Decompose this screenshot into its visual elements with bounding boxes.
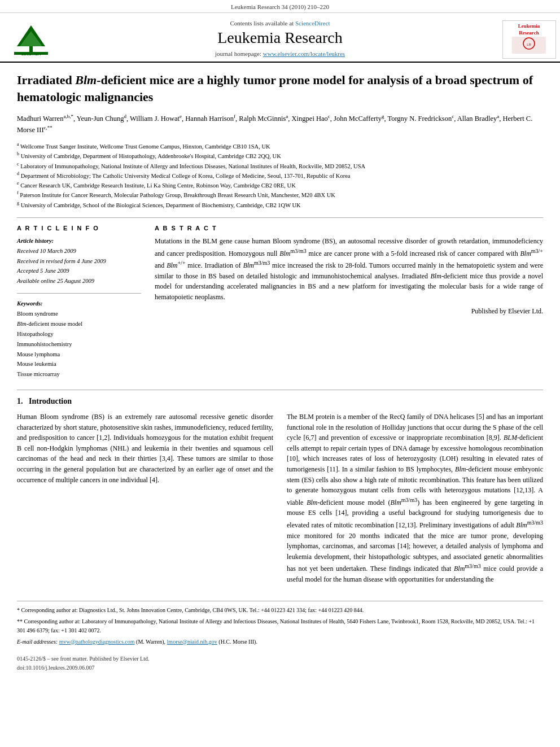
article-info-col: A R T I C L E I N F O Article history: R… xyxy=(17,225,141,379)
email-morse[interactable]: lmorse@niaid.nih.gov xyxy=(167,639,217,645)
elsevier-logo-container: ELSEVIER xyxy=(0,18,62,62)
introduction-section: 1. Introduction Human Bloom syndrome (BS… xyxy=(17,397,543,591)
affiliation-a: a Wellcome Trust Sanger Institute, Wellc… xyxy=(17,141,543,151)
available-online-date: Available online 25 August 2009 xyxy=(17,276,141,286)
abstract-col: A B S T R A C T Mutations in the BLM gen… xyxy=(155,225,543,379)
affiliation-g: g University of Cambridge, School of the… xyxy=(17,200,543,209)
article-info-label: A R T I C L E I N F O xyxy=(17,225,141,231)
abstract-text: Mutations in the BLM gene cause human Bl… xyxy=(155,236,543,303)
issn-line: 0145-2126/$ – see front matter. Publishe… xyxy=(17,654,543,663)
contents-line: Contents lists available at ScienceDirec… xyxy=(230,20,330,27)
affiliation-b: b University of Cambridge, Department of… xyxy=(17,151,543,160)
header-right: LeukemiaResearch LR xyxy=(498,18,560,62)
badge-title: LeukemiaResearch xyxy=(505,23,553,36)
intro-para-1: Human Bloom syndrome (BS) is an extremel… xyxy=(17,412,273,485)
keyword-3: Histopathology xyxy=(17,329,141,339)
keyword-2: Blm-deficient mouse model xyxy=(17,319,141,329)
journal-title: Leukemia Research xyxy=(217,29,343,47)
top-bar: Leukemia Research 34 (2010) 210–220 xyxy=(0,0,560,13)
received-revised-date: Received in revised form 4 June 2009 xyxy=(17,256,141,267)
divider-keywords xyxy=(17,293,141,294)
doi-line: doi:10.1016/j.leukres.2009.06.007 xyxy=(17,663,543,672)
body-two-col: Human Bloom syndrome (BS) is an extremel… xyxy=(17,412,543,591)
affiliation-d: d Department of Microbiology; The Cathol… xyxy=(17,171,543,180)
history-label: Article history: xyxy=(17,236,141,246)
abstract-label: A B S T R A C T xyxy=(155,225,543,231)
article-body: Irradiated Blm-deficient mice are a high… xyxy=(0,63,560,684)
sciencedirect-link[interactable]: ScienceDirect xyxy=(295,20,330,27)
intro-para-2: The BLM protein is a member of the RecQ … xyxy=(287,412,543,585)
footnotes: * Corresponding author at: Diagnostics L… xyxy=(17,601,543,646)
section-number: 1. xyxy=(17,397,23,405)
accepted-date: Accepted 5 June 2009 xyxy=(17,266,141,276)
journal-badge: LeukemiaResearch LR xyxy=(502,20,556,58)
footnote-1: * Corresponding author at: Diagnostics L… xyxy=(17,606,543,615)
article-info-abstract: A R T I C L E I N F O Article history: R… xyxy=(17,225,543,379)
section-heading: Introduction xyxy=(29,397,72,405)
affiliations: a Wellcome Trust Sanger Institute, Wellc… xyxy=(17,141,543,209)
footnote-2: ** Corresponding author at: Laboratory o… xyxy=(17,617,543,635)
affiliation-e: e Cancer Research UK, Cambridge Research… xyxy=(17,180,543,190)
keywords-section: Keywords: Bloom syndrome Blm-deficient m… xyxy=(17,300,141,379)
badge-logo: LR xyxy=(512,37,546,54)
body-left-col: Human Bloom syndrome (BS) is an extremel… xyxy=(17,412,273,591)
journal-header: ELSEVIER Contents lists available at Sci… xyxy=(0,13,560,63)
keywords-list: Bloom syndrome Blm-deficient mouse model… xyxy=(17,309,141,379)
section-title: 1. Introduction xyxy=(17,397,543,406)
article-history: Article history: Received 10 March 2009 … xyxy=(17,236,141,286)
received-date: Received 10 March 2009 xyxy=(17,246,141,256)
keyword-4: Immunohistochemistry xyxy=(17,339,141,350)
header-center: Contents lists available at ScienceDirec… xyxy=(62,18,498,62)
svg-text:LR: LR xyxy=(527,43,531,46)
contents-label: Contents lists available at xyxy=(230,20,294,27)
footnote-emails: E-mail addresses: mvw@pathologydiagnosti… xyxy=(17,637,543,646)
authors-line: Madhuri Warrena,b,*, Yeun-Jun Chungd, Wi… xyxy=(17,113,543,136)
affiliation-f: f Paterson Institute for Cancer Research… xyxy=(17,190,543,199)
keyword-1: Bloom syndrome xyxy=(17,309,141,319)
divider-1 xyxy=(17,217,543,218)
affiliation-c: c Laboratory of Immunopathology, Nationa… xyxy=(17,161,543,171)
homepage-label: journal homepage: xyxy=(215,50,261,57)
keyword-7: Tissue microarray xyxy=(17,369,141,379)
bottom-info: 0145-2126/$ – see front matter. Publishe… xyxy=(17,654,543,672)
page: Leukemia Research 34 (2010) 210–220 ELSE… xyxy=(0,0,560,747)
article-title: Irradiated Blm-deficient mice are a high… xyxy=(17,72,543,105)
keyword-5: Mouse lymphoma xyxy=(17,350,141,360)
keyword-6: Mouse leukemia xyxy=(17,359,141,369)
svg-text:ELSEVIER: ELSEVIER xyxy=(21,52,41,56)
divider-intro xyxy=(17,390,543,390)
published-by: Published by Elsevier Ltd. xyxy=(155,307,543,316)
body-right-col: The BLM protein is a member of the RecQ … xyxy=(287,412,543,591)
journal-homepage: journal homepage: www.elsevier.com/locat… xyxy=(215,50,345,57)
keywords-title: Keywords: xyxy=(17,300,141,307)
email-warren[interactable]: mvw@pathologydiagnostics.com xyxy=(59,639,135,645)
citation-text: Leukemia Research 34 (2010) 210–220 xyxy=(231,3,329,10)
homepage-link[interactable]: www.elsevier.com/locate/leukres xyxy=(263,50,345,57)
elsevier-logo: ELSEVIER xyxy=(8,23,54,56)
